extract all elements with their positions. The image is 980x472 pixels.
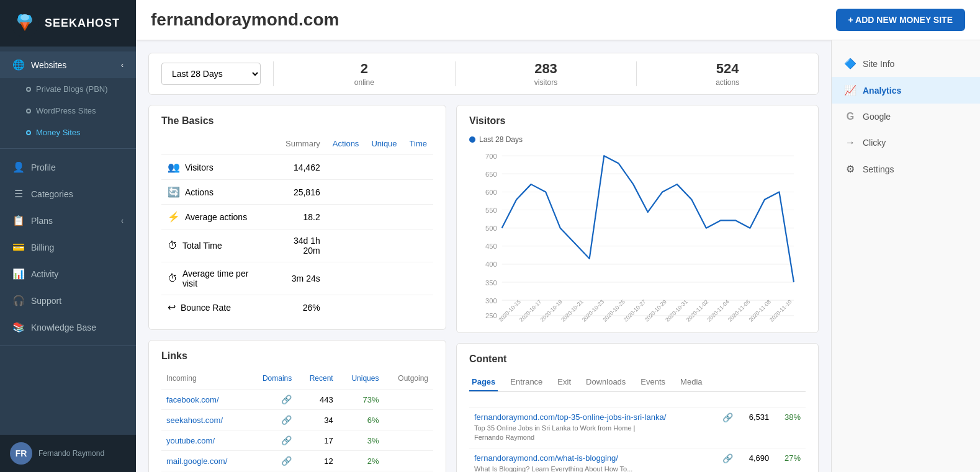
stat-visitors-label: visitors xyxy=(534,78,557,87)
sub-nav-google[interactable]: G Google xyxy=(832,104,980,130)
stat-online-label: online xyxy=(354,78,374,87)
two-col-layout: The Basics Summary Actions Unique Time xyxy=(148,105,819,472)
logo-icon xyxy=(10,9,40,38)
svg-text:350: 350 xyxy=(485,279,497,287)
links-row-uniques: 3% xyxy=(338,430,384,451)
sidebar-item-plans[interactable]: 📋 Plans ‹ xyxy=(0,207,136,234)
sidebar-item-billing[interactable]: 💳 Billing xyxy=(0,234,136,260)
basics-row-unique xyxy=(365,180,403,205)
sidebar-item-money-sites[interactable]: Money Sites xyxy=(0,122,136,143)
external-link-icon[interactable]: 🔗 xyxy=(281,394,292,404)
add-money-site-button[interactable]: + ADD NEW MONEY SITE xyxy=(836,9,965,31)
sub-nav-site-info[interactable]: 🔷 Site Info xyxy=(832,50,980,77)
stat-visitors: 283 visitors xyxy=(468,61,624,87)
date-range-select[interactable]: Last 28 Days Last 7 Days Last 90 Days La… xyxy=(161,63,261,85)
sidebar-sub-label-money: Money Sites xyxy=(36,128,81,137)
links-row: youtube.com/ 🔗 17 3% xyxy=(161,430,433,451)
sub-nav-label-google: Google xyxy=(863,112,891,122)
chart-legend: Last 28 Days xyxy=(469,135,806,144)
page-title: fernandoraymond.com xyxy=(151,10,339,30)
sub-nav-label-clicky: Clicky xyxy=(863,138,886,148)
legend-dot xyxy=(469,136,475,143)
sidebar-item-support[interactable]: 🎧 Support xyxy=(0,287,136,314)
svg-text:550: 550 xyxy=(485,207,497,214)
chevron-icon-websites: ‹ xyxy=(121,61,124,69)
sidebar-item-categories[interactable]: ☰ Categories xyxy=(0,180,136,207)
svg-text:450: 450 xyxy=(485,243,497,250)
dot-icon-pbn xyxy=(26,87,31,92)
tab-entrance[interactable]: Entrance xyxy=(508,373,545,391)
links-row-uniques: 6% xyxy=(338,410,384,430)
sidebar-item-label-websites: Websites xyxy=(31,60,115,70)
center-panel: Last 28 Days Last 7 Days Last 90 Days La… xyxy=(136,40,831,472)
tab-downloads[interactable]: Downloads xyxy=(583,373,628,391)
sidebar-item-profile[interactable]: 👤 Profile xyxy=(0,154,136,180)
basics-row-summary: 3m 24s xyxy=(269,262,326,295)
content-tabs: Pages Entrance Exit Downloads Events Med… xyxy=(469,373,806,392)
basics-row-time xyxy=(403,155,433,180)
logo-area: SEEKAHOST xyxy=(0,0,136,47)
sidebar-item-websites[interactable]: 🌐 Websites ‹ xyxy=(0,51,136,78)
sub-nav-analytics[interactable]: 📈 Analytics xyxy=(832,77,980,104)
tab-media[interactable]: Media xyxy=(678,373,704,391)
basics-col-actions: Actions xyxy=(326,135,366,155)
sidebar-label-activity: Activity xyxy=(31,269,124,279)
basics-row-actions xyxy=(326,229,366,262)
stats-divider-1 xyxy=(273,61,274,86)
basics-row: 👥 Visitors 14,462 xyxy=(161,155,433,180)
sidebar-label-support: Support xyxy=(31,296,124,306)
chart-svg: 700 650 600 550 500 450 400 350 300 250 xyxy=(469,149,806,323)
sub-nav-settings[interactable]: ⚙ Settings xyxy=(832,156,980,182)
links-row-domain-icon: 🔗 xyxy=(248,390,297,410)
content-row-value: 4,690 xyxy=(738,448,775,472)
sub-nav-label-settings: Settings xyxy=(863,164,894,174)
links-row-recent: 17 xyxy=(297,430,338,451)
content-row-pct: 27% xyxy=(774,448,806,472)
stat-visitors-value: 283 xyxy=(534,61,557,77)
tab-events[interactable]: Events xyxy=(638,373,668,391)
basics-row-time xyxy=(403,229,433,262)
plans-icon: 📋 xyxy=(12,215,25,226)
sidebar-item-activity[interactable]: 📊 Activity xyxy=(0,260,136,287)
sub-nav-clicky[interactable]: → Clicky xyxy=(832,130,980,156)
basics-row: ⚡ Average actions 18.2 xyxy=(161,205,433,229)
basics-row-label: ↩ Bounce Rate xyxy=(161,295,269,320)
external-link-icon[interactable]: 🔗 xyxy=(281,456,292,466)
sidebar-item-wordpress-sites[interactable]: WordPress Sites xyxy=(0,100,136,122)
links-card: Links Incoming Domains Recent Uniques Ou… xyxy=(148,340,446,472)
links-header-domains: Domains xyxy=(248,370,297,390)
svg-text:650: 650 xyxy=(485,171,497,178)
basics-row: ⏱ Average time per visit 3m 24s xyxy=(161,262,433,295)
links-row-outgoing xyxy=(384,390,433,410)
content-row-desc: Top 35 Online Jobs in Sri Lanka to Work … xyxy=(474,424,660,443)
content-link-icon[interactable]: 🔗 xyxy=(722,412,733,422)
visitors-title: Visitors xyxy=(469,115,806,127)
external-link-icon[interactable]: 🔗 xyxy=(281,435,292,445)
basics-row-label: 👥 Visitors xyxy=(161,155,269,180)
svg-text:300: 300 xyxy=(485,297,497,305)
left-column: The Basics Summary Actions Unique Time xyxy=(148,105,446,472)
links-row-domain-icon: 🔗 xyxy=(248,451,297,471)
external-link-icon[interactable]: 🔗 xyxy=(281,415,292,425)
sidebar-footer: FR Fernando Raymond xyxy=(0,435,136,472)
stats-bar: Last 28 Days Last 7 Days Last 90 Days La… xyxy=(148,53,819,95)
basics-row: 🔄 Actions 25,816 xyxy=(161,180,433,205)
billing-icon: 💳 xyxy=(12,241,25,253)
links-row-recent: 34 xyxy=(297,410,338,430)
links-row: facebook.com/ 🔗 443 73% xyxy=(161,390,433,410)
content-link-icon[interactable]: 🔗 xyxy=(722,453,733,463)
basics-row-summary: 34d 1h 20m xyxy=(269,229,326,262)
links-row: seekahost.com/ 🔗 34 6% xyxy=(161,410,433,430)
tab-exit[interactable]: Exit xyxy=(555,373,573,391)
tab-pages[interactable]: Pages xyxy=(469,373,498,391)
sidebar-item-private-blogs[interactable]: Private Blogs (PBN) xyxy=(0,78,136,100)
sidebar-item-knowledge-base[interactable]: 📚 Knowledge Base xyxy=(0,314,136,341)
basics-row-unique xyxy=(365,262,403,295)
logo: SEEKAHOST xyxy=(10,6,122,40)
basics-col-summary: Summary xyxy=(269,135,326,155)
content-row-icon: 🔗 xyxy=(713,407,738,448)
sidebar-sub-label-wp: WordPress Sites xyxy=(36,106,96,115)
sidebar-label-billing: Billing xyxy=(31,243,124,252)
sub-nav-label-analytics: Analytics xyxy=(863,86,901,96)
basics-row-unique xyxy=(365,295,403,320)
